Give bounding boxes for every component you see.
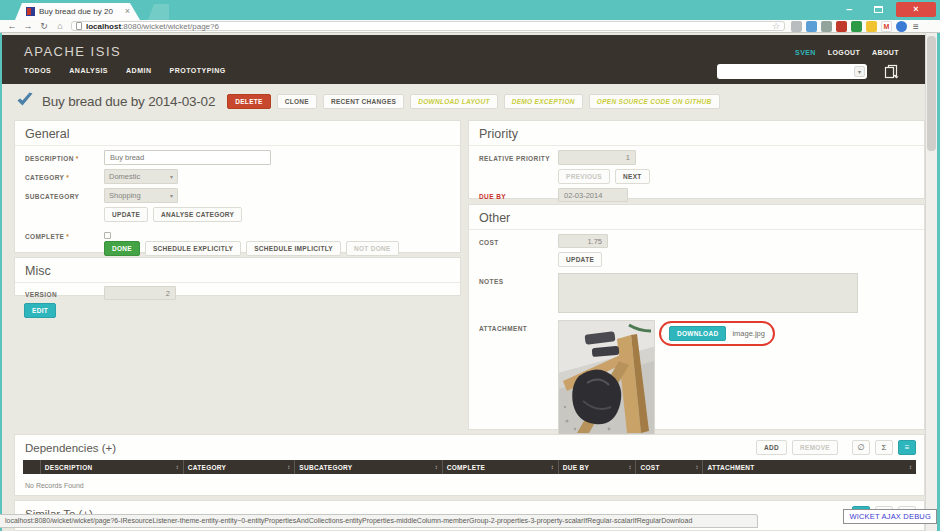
misc-panel-title: Misc <box>15 258 460 283</box>
category-select: Domestic▾ <box>104 169 178 184</box>
menu-item-prototyping[interactable]: PROTOTYPING <box>169 67 225 74</box>
description-field[interactable] <box>104 150 271 165</box>
chevron-down-icon[interactable]: ▾ <box>854 66 865 77</box>
previous-button: PREVIOUS <box>558 169 610 184</box>
column-attachment[interactable]: ATTACHMENT↕ <box>703 460 916 474</box>
next-button[interactable]: NEXT <box>615 169 650 184</box>
extension-icon[interactable] <box>806 21 817 32</box>
due-by-label: DUE BY <box>479 188 558 200</box>
extension-icon[interactable] <box>791 21 802 32</box>
cost-field <box>558 234 608 248</box>
column-complete[interactable]: COMPLETE↕ <box>443 460 559 474</box>
other-panel: Other COST UPDATE NOTES ATTACHMENT <box>468 204 925 430</box>
extension-icon[interactable] <box>821 21 832 32</box>
sort-icon[interactable]: ↕ <box>695 464 698 470</box>
browser-tab[interactable]: Buy bread due by 20 × <box>8 3 140 20</box>
url-text: localhost:8080/wicket/wicket/page?6 <box>86 22 219 31</box>
page-title: Buy bread due by 2014-03-02 <box>42 94 215 109</box>
notes-field <box>558 273 858 313</box>
chrome-menu-icon[interactable]: ≡ <box>913 21 919 32</box>
menu-item-analysis[interactable]: ANALYSIS <box>69 67 108 74</box>
about-link[interactable]: ABOUT <box>872 49 899 56</box>
no-records-message: No Records Found <box>15 474 924 489</box>
download-layout-button[interactable]: DOWNLOAD LAYOUT <box>410 94 498 109</box>
column-description[interactable]: DESCRIPTION↕ <box>41 460 184 474</box>
sort-icon[interactable]: ↕ <box>909 464 912 470</box>
tab-title: Buy bread due by 20 <box>39 7 121 16</box>
sort-icon[interactable]: ↕ <box>628 464 631 470</box>
delete-button[interactable]: DELETE <box>227 94 270 109</box>
hide-columns-icon[interactable]: ∅ <box>852 440 870 455</box>
home-icon[interactable]: ⌂ <box>52 20 68 32</box>
other-panel-title: Other <box>469 205 924 230</box>
scrollbar-thumb[interactable] <box>927 36 936 151</box>
main-menu: TODOS ANALYSIS ADMIN PROTOTYPING <box>24 67 226 74</box>
demo-exception-button[interactable]: DEMO EXCEPTION <box>504 94 583 109</box>
misc-panel: Misc VERSION <box>14 257 461 296</box>
browser-toolbar: ← → ↻ ⌂ localhost:8080/wicket/wicket/pag… <box>0 20 940 33</box>
forward-icon[interactable]: → <box>20 20 36 32</box>
edit-button[interactable]: EDIT <box>24 303 56 318</box>
remove-dependency-button: REMOVE <box>792 440 838 455</box>
window-minimize-button[interactable]: – <box>838 2 860 17</box>
complete-checkbox[interactable] <box>104 232 111 239</box>
schedule-implicitly-button[interactable]: SCHEDULE IMPLICITLY <box>246 241 341 256</box>
window-close-button[interactable]: × <box>896 2 936 17</box>
url-path: :8080/wicket/wicket/page?6 <box>121 22 219 31</box>
update-category-button[interactable]: UPDATE <box>104 207 148 222</box>
app-brand[interactable]: APACHE ISIS <box>24 44 121 59</box>
schedule-explicitly-button[interactable]: SCHEDULE EXPLICITLY <box>145 241 241 256</box>
attachment-label: ATTACHMENT <box>479 320 558 332</box>
menu-item-admin[interactable]: ADMIN <box>126 67 151 74</box>
column-cost[interactable]: COST↕ <box>636 460 703 474</box>
browser-titlebar: Buy bread due by 20 × – × <box>0 0 940 20</box>
column-category[interactable]: CATEGORY↕ <box>184 460 296 474</box>
list-view-icon[interactable]: ≡ <box>898 440 916 455</box>
menu-item-todos[interactable]: TODOS <box>24 67 51 74</box>
extension-icon[interactable] <box>896 21 907 32</box>
url-bar[interactable]: localhost:8080/wicket/wicket/page?6 ☆ <box>71 21 785 31</box>
done-button[interactable]: DONE <box>104 241 140 256</box>
priority-panel: Priority RELATIVE PRIORITY PREVIOUS NEXT… <box>468 120 925 199</box>
version-label: VERSION <box>25 286 104 298</box>
back-icon[interactable]: ← <box>4 20 20 32</box>
window-edge <box>0 33 2 531</box>
not-done-button: NOT DONE <box>346 241 399 256</box>
relative-priority-label: RELATIVE PRIORITY <box>479 150 558 162</box>
tab-close-icon[interactable]: × <box>125 7 130 16</box>
update-cost-button[interactable]: UPDATE <box>558 252 602 267</box>
url-host: localhost <box>86 22 121 31</box>
search-select[interactable]: ▾ <box>717 64 867 79</box>
reload-icon[interactable]: ↻ <box>36 20 52 32</box>
column-subcategory[interactable]: SUBCATEGORY↕ <box>295 460 442 474</box>
sort-icon[interactable]: ↕ <box>435 464 438 470</box>
annotation-red-oval: DOWNLOAD image.jpg <box>659 321 775 346</box>
clone-button[interactable]: CLONE <box>277 94 317 109</box>
add-dependency-button[interactable]: ADD <box>756 440 787 455</box>
open-source-code-button[interactable]: OPEN SOURCE CODE ON GITHUB <box>589 94 720 109</box>
general-panel: General DESCRIPTION* CATEGORY* Domestic▾… <box>14 120 461 253</box>
drive-icon[interactable] <box>866 21 877 32</box>
gmail-icon[interactable]: M <box>881 21 892 32</box>
extension-icon[interactable] <box>836 21 847 32</box>
attachment-image <box>558 320 655 435</box>
notes-label: NOTES <box>479 273 558 285</box>
analyse-category-button[interactable]: ANALYSE CATEGORY <box>153 207 242 222</box>
new-tab-button[interactable] <box>143 4 169 20</box>
page-scrollbar[interactable] <box>925 33 937 531</box>
dependencies-table-header: DESCRIPTION↕ CATEGORY↕ SUBCATEGORY↕ COMP… <box>23 460 916 474</box>
download-button[interactable]: DOWNLOAD <box>669 326 726 341</box>
extension-icon[interactable] <box>851 21 862 32</box>
column-due-by[interactable]: DUE BY↕ <box>559 460 637 474</box>
summary-view-icon[interactable]: Σ <box>875 440 893 455</box>
logout-link[interactable]: LOGOUT <box>828 49 860 56</box>
sort-icon[interactable]: ↕ <box>551 464 554 470</box>
sort-icon[interactable]: ↕ <box>176 464 179 470</box>
recent-changes-button[interactable]: RECENT CHANGES <box>323 94 404 109</box>
bookmark-star-icon[interactable]: ☆ <box>772 21 780 31</box>
window-maximize-button[interactable] <box>866 2 890 17</box>
copy-bookmark-icon[interactable] <box>883 64 899 83</box>
sort-icon[interactable]: ↕ <box>287 464 290 470</box>
wicket-ajax-debug-link[interactable]: WICKET AJAX DEBUG <box>843 509 937 524</box>
user-name-link[interactable]: SVEN <box>795 49 816 56</box>
